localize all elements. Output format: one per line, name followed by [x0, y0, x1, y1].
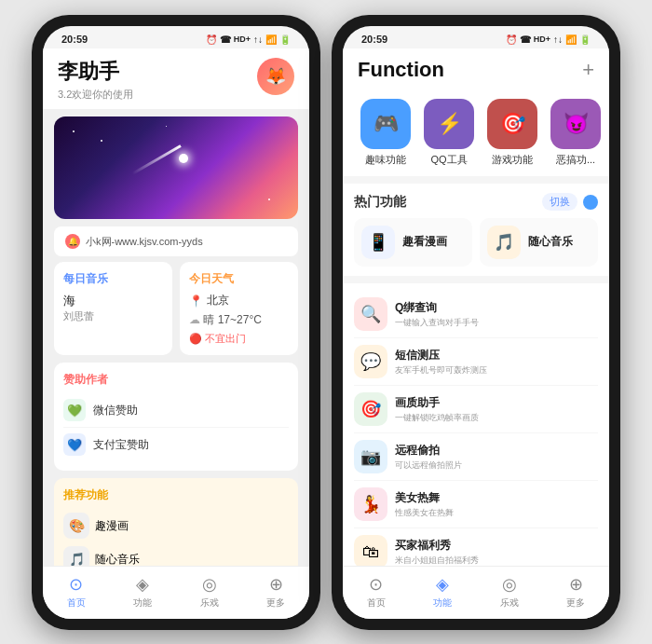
hot-manga-icon: 📱 [361, 226, 395, 259]
weather-city: 📍 北京 [189, 293, 289, 308]
left-nav-game[interactable]: ◎ 乐戏 [200, 574, 219, 610]
list-buyer-show[interactable]: 🛍 买家福利秀 米自小姐姐自拍福利秀 [354, 528, 598, 566]
dance-icon: 💃 [354, 487, 387, 521]
buyer-show-text: 买家福利秀 米自小姐姐自拍福利秀 [395, 538, 479, 567]
notification-bar[interactable]: 🔔 小k网-www.kjsv.com-yyds [54, 226, 298, 256]
right-bottom-nav: ⊙ 首页 ◈ 功能 ◎ 乐戏 ⊕ 更多 [343, 566, 609, 619]
left-nav-home[interactable]: ⊙ 首页 [67, 574, 86, 610]
music-card-title: 每日音乐 [63, 271, 163, 287]
cat-prank-icon: 😈 [550, 99, 601, 149]
manga-icon: 🎨 [63, 513, 89, 539]
hot-music-icon: 🎵 [487, 226, 521, 259]
hot-section: 热门功能 切换 📱 趣看漫画 [343, 184, 609, 276]
cat-fun[interactable]: 🎮 趣味功能 [354, 99, 417, 167]
list-remote-photo[interactable]: 📷 远程偷拍 可以远程偷拍照片 [354, 433, 598, 481]
cat-game[interactable]: 🎯 游戏功能 [481, 99, 544, 167]
function-title: Function [358, 58, 444, 82]
app-title: 李助手 [58, 58, 133, 86]
qq-query-text: Q绑查询 一键输入查询对手手号 [395, 300, 479, 329]
right-status-bar: 20:59 ⏰☎HD+↑↓📶🔋 [343, 26, 609, 48]
list-qq-query[interactable]: 🔍 Q绑查询 一键输入查询对手手号 [354, 291, 598, 338]
cat-qq[interactable]: ⚡ QQ工具 [417, 99, 481, 167]
right-phone: 20:59 ⏰☎HD+↑↓📶🔋 Function + 🎮 趣味功能 [332, 15, 620, 630]
list-sms-stress[interactable]: 💬 短信测压 友军手机号即可轰炸测压 [354, 338, 598, 386]
switch-dot [583, 195, 598, 210]
buyer-show-icon: 🛍 [354, 535, 387, 566]
sms-stress-icon: 💬 [354, 345, 387, 378]
rec-music[interactable]: 🎵 随心音乐 [63, 542, 289, 566]
cat-fun-label: 趣味功能 [365, 153, 406, 167]
right-game-icon: ◎ [502, 574, 517, 595]
qq-query-icon: 🔍 [354, 297, 387, 331]
more-nav-icon: ⊕ [269, 574, 283, 595]
two-col-cards: 每日音乐 海 刘思蕾 今日天气 📍 北京 ☁ 晴 17~27°C [54, 262, 298, 355]
weather-card[interactable]: 今日天气 📍 北京 ☁ 晴 17~27°C 🔴 不宜出门 [180, 262, 298, 355]
left-nav-func[interactable]: ◈ 功能 [133, 574, 152, 610]
left-status-bar: 20:59 ⏰☎HD+↑↓📶🔋 [43, 26, 309, 48]
weather-card-title: 今日天气 [189, 271, 289, 287]
praise-section: 赞助作者 💚 微信赞助 💙 支付宝赞助 [54, 363, 298, 471]
right-home-icon: ⊙ [369, 574, 383, 595]
notification-text: 小k网-www.kjsv.com-yyds [86, 235, 203, 249]
left-time: 20:59 [61, 34, 88, 45]
hot-controls: 切换 [542, 193, 598, 211]
hot-grid: 📱 趣看漫画 🎵 随心音乐 [354, 218, 598, 267]
weather-temp: ☁ 晴 17~27°C [189, 312, 289, 328]
hot-manga[interactable]: 📱 趣看漫画 [354, 218, 472, 267]
weather-warn: 🔴 不宜出门 [189, 332, 289, 346]
full-list: 🔍 Q绑查询 一键输入查询对手手号 💬 短信测压 友军手机号即可轰炸测压 [343, 283, 609, 566]
cat-prank[interactable]: 😈 恶搞功... [544, 99, 607, 167]
switch-button[interactable]: 切换 [542, 193, 577, 211]
left-phone: 20:59 ⏰☎HD+↑↓📶🔋 李助手 3.2欢迎你的使用 🦊 [32, 15, 320, 630]
right-nav-game[interactable]: ◎ 乐戏 [500, 574, 519, 610]
shooting-star-decoration [131, 144, 181, 175]
right-scroll-content: Function + 🎮 趣味功能 ⚡ QQ工具 🎯 游戏功能 [343, 48, 609, 566]
list-dance[interactable]: 💃 美女热舞 性感美女在热舞 [354, 481, 598, 528]
cat-game-icon: 🎯 [487, 99, 537, 149]
notification-icon: 🔔 [65, 234, 80, 249]
quality-text: 画质助手 一键解锁吃鸡帧率画质 [395, 395, 479, 424]
remote-photo-text: 远程偷拍 可以远程偷拍照片 [395, 443, 462, 472]
remote-photo-icon: 📷 [354, 440, 387, 473]
cat-game-label: 游戏功能 [492, 153, 533, 167]
avatar[interactable]: 🦊 [257, 58, 294, 95]
category-row: 🎮 趣味功能 ⚡ QQ工具 🎯 游戏功能 😈 恶搞功... [343, 89, 609, 176]
alipay-icon: 💙 [63, 433, 86, 456]
right-more-icon: ⊕ [569, 574, 583, 595]
left-nav-more[interactable]: ⊕ 更多 [266, 574, 285, 610]
star4 [268, 199, 270, 200]
right-nav-home[interactable]: ⊙ 首页 [367, 574, 386, 610]
music-artist: 刘思蕾 [63, 309, 163, 323]
dance-text: 美女热舞 性感美女在热舞 [395, 490, 454, 519]
quality-icon: 🎯 [354, 392, 387, 426]
recommend-title: 推荐功能 [63, 487, 289, 503]
music-card[interactable]: 每日音乐 海 刘思蕾 [54, 262, 172, 355]
right-nav-more[interactable]: ⊕ 更多 [566, 574, 585, 610]
hot-manga-text: 趣看漫画 [402, 234, 447, 252]
right-func-icon: ◈ [436, 574, 449, 595]
left-bottom-nav: ⊙ 首页 ◈ 功能 ◎ 乐戏 ⊕ 更多 [43, 566, 309, 619]
star3 [166, 126, 167, 127]
wechat-praise-btn[interactable]: 💚 微信赞助 [63, 393, 289, 428]
plus-button[interactable]: + [582, 58, 594, 82]
hot-music-text: 随心音乐 [528, 234, 573, 252]
right-status-icons: ⏰☎HD+↑↓📶🔋 [506, 34, 591, 45]
comet-head-decoration [179, 154, 188, 163]
star2 [101, 140, 102, 142]
sms-stress-text: 短信测压 友军手机号即可轰炸测压 [395, 348, 487, 377]
cat-fun-icon: 🎮 [360, 99, 411, 149]
rec-manga[interactable]: 🎨 趣漫画 [63, 509, 289, 542]
app-header: 李助手 3.2欢迎你的使用 🦊 [43, 48, 309, 109]
cat-prank-label: 恶搞功... [556, 153, 595, 167]
hot-title: 热门功能 [354, 194, 406, 211]
hot-header: 热门功能 切换 [354, 193, 598, 211]
hot-music[interactable]: 🎵 随心音乐 [480, 218, 598, 267]
right-nav-func[interactable]: ◈ 功能 [433, 574, 452, 610]
home-nav-icon: ⊙ [69, 574, 83, 595]
alipay-praise-btn[interactable]: 💙 支付宝赞助 [63, 428, 289, 461]
music-song: 海 [63, 293, 163, 309]
list-quality[interactable]: 🎯 画质助手 一键解锁吃鸡帧率画质 [354, 386, 598, 433]
cat-qq-icon: ⚡ [424, 99, 474, 149]
right-time: 20:59 [361, 34, 387, 45]
praise-title: 赞助作者 [63, 372, 289, 388]
